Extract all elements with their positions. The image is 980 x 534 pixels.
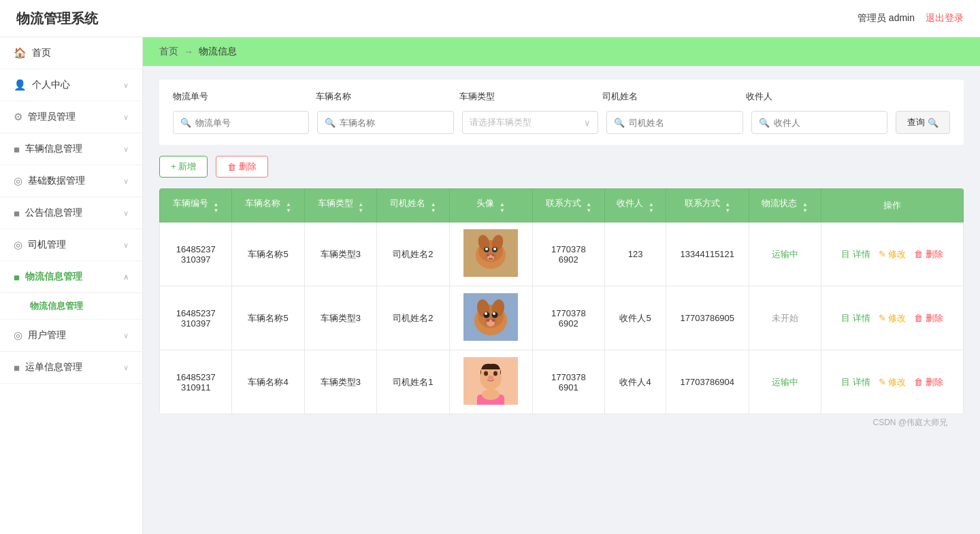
- delete-button[interactable]: 🗑 删除: [914, 249, 943, 259]
- search-button-icon: 🔍: [928, 118, 938, 128]
- order-no-input-wrapper: 🔍: [173, 111, 309, 134]
- cell-ops: 目 详情 ✎ 修改 🗑 删除: [821, 222, 963, 286]
- vehicle-icon: ■: [14, 144, 20, 155]
- search-icon: 🔍: [325, 118, 336, 128]
- order-no-input[interactable]: [195, 118, 301, 128]
- recipient-input[interactable]: [774, 118, 880, 128]
- user-area: 管理员 admin 退出登录: [858, 12, 964, 24]
- sidebar-item-admin[interactable]: ⚙ 管理员管理 ∨: [0, 101, 142, 133]
- svg-point-32: [484, 371, 488, 376]
- sidebar-item-personal[interactable]: 👤 个人中心 ∨: [0, 69, 142, 101]
- vehicle-name-input[interactable]: [340, 118, 446, 128]
- search-button-label: 查询: [907, 116, 925, 129]
- search-icon: 🔍: [180, 118, 191, 128]
- sidebar-item-vehicle[interactable]: ■ 车辆信息管理 ∨: [0, 133, 142, 165]
- search-icon: 🔍: [614, 118, 625, 128]
- waybill-icon: ■: [14, 362, 20, 373]
- col-vehicle-name: 车辆名称 ▲▼: [232, 189, 304, 222]
- driver-name-input[interactable]: [629, 118, 735, 128]
- breadcrumb-home[interactable]: 首页: [159, 46, 178, 58]
- svg-point-21: [485, 312, 487, 315]
- sidebar-label-announcement: 公告信息管理: [25, 207, 82, 219]
- breadcrumb-separator: →: [184, 46, 193, 57]
- breadcrumb-current: 物流信息: [199, 46, 237, 58]
- content-area: 物流单号 车辆名称 车辆类型 司机姓名 收件人 🔍 🔍: [143, 66, 980, 448]
- sidebar-label-admin: 管理员管理: [28, 111, 76, 123]
- cell-contact1: 17703786901: [532, 350, 604, 414]
- main-content: 首页 → 物流信息 物流单号 车辆名称 车辆类型 司机姓名 收件人 🔍: [143, 37, 980, 534]
- cell-driver-name: 司机姓名2: [377, 286, 449, 350]
- search-icon: 🔍: [759, 118, 770, 128]
- sidebar-item-announcement[interactable]: ■ 公告信息管理 ∨: [0, 197, 142, 229]
- cell-vehicle-name: 车辆名称5: [232, 286, 304, 350]
- sidebar-sub-label-logistics-mgmt: 物流信息管理: [30, 301, 83, 311]
- driver-name-input-wrapper: 🔍: [606, 111, 742, 134]
- sidebar-item-waybill[interactable]: ■ 运单信息管理 ∨: [0, 352, 142, 384]
- action-row: + 新增 🗑 删除: [159, 156, 964, 178]
- edit-button[interactable]: ✎ 修改: [879, 313, 906, 323]
- col-driver-name: 司机姓名 ▲▼: [377, 189, 449, 222]
- cell-status: 未开始: [749, 286, 821, 350]
- cell-vehicle-type: 车辆类型3: [304, 286, 376, 350]
- home-icon: 🏠: [14, 47, 27, 59]
- svg-point-26: [492, 319, 495, 322]
- status-badge: 运输中: [772, 377, 798, 387]
- chevron-down-icon: ∨: [123, 331, 129, 340]
- sort-icons: ▲▼: [214, 202, 219, 214]
- chevron-down-icon: ∨: [123, 113, 129, 122]
- watermark: CSDN @伟庭大师兄: [159, 414, 964, 434]
- detail-button[interactable]: 目 详情: [841, 313, 870, 323]
- sidebar-item-driver[interactable]: ◎ 司机管理 ∨: [0, 229, 142, 261]
- cell-recipient: 收件人4: [605, 350, 666, 414]
- col-vehicle-no: 车辆编号 ▲▼: [160, 189, 232, 222]
- sidebar-item-home[interactable]: 🏠 首页: [0, 37, 142, 69]
- sidebar: 🏠 首页 👤 个人中心 ∨ ⚙ 管理员管理 ∨ ■ 车辆信息管理 ∨: [0, 37, 143, 534]
- col-contact1: 联系方式 ▲▼: [532, 189, 604, 222]
- detail-button[interactable]: 目 详情: [841, 377, 870, 387]
- cell-ops: 目 详情 ✎ 修改 🗑 删除: [821, 350, 963, 414]
- delete-button[interactable]: 🗑 删除: [914, 313, 943, 323]
- filter-panel: 物流单号 车辆名称 车辆类型 司机姓名 收件人 🔍 🔍: [159, 80, 964, 145]
- svg-point-33: [493, 371, 497, 376]
- detail-button[interactable]: 目 详情: [841, 249, 870, 259]
- cell-driver-name: 司机姓名1: [377, 350, 449, 414]
- cell-vehicle-type: 车辆类型3: [304, 222, 376, 286]
- sidebar-label-driver: 司机管理: [28, 239, 66, 251]
- sidebar-label-personal: 个人中心: [32, 79, 70, 91]
- cell-recipient: 收件人5: [605, 286, 666, 350]
- sidebar-item-logistics[interactable]: ■ 物流信息管理 ∧: [0, 261, 142, 293]
- sidebar-sub-item-logistics-mgmt[interactable]: 物流信息管理: [0, 293, 142, 320]
- svg-point-34: [488, 376, 493, 380]
- sidebar-item-user[interactable]: ◎ 用户管理 ∨: [0, 320, 142, 352]
- sidebar-label-vehicle: 车辆信息管理: [25, 143, 82, 155]
- col-ops: 操作: [821, 189, 963, 222]
- vehicle-type-select[interactable]: 请选择车辆类型 ∨: [462, 111, 598, 134]
- chevron-down-icon: ∨: [123, 177, 129, 186]
- cell-avatar: [449, 222, 532, 286]
- sidebar-item-basic[interactable]: ◎ 基础数据管理 ∨: [0, 165, 142, 197]
- filter-label-vehicle-name: 车辆名称: [316, 90, 459, 105]
- col-contact2: 联系方式 ▲▼: [666, 189, 749, 222]
- driver-icon: ◎: [14, 239, 22, 251]
- search-button[interactable]: 查询 🔍: [896, 111, 950, 134]
- recipient-input-wrapper: 🔍: [751, 111, 887, 134]
- delete-icon: 🗑: [227, 162, 236, 172]
- sidebar-label-waybill: 运单信息管理: [25, 361, 82, 373]
- edit-button[interactable]: ✎ 修改: [879, 249, 906, 259]
- edit-button[interactable]: ✎ 修改: [879, 377, 906, 387]
- col-vehicle-type: 车辆类型 ▲▼: [304, 189, 376, 222]
- cell-vehicle-type: 车辆类型3: [304, 350, 376, 414]
- cell-contact1: 17703786902: [532, 222, 604, 286]
- batch-delete-button[interactable]: 🗑 删除: [216, 156, 268, 178]
- logout-button[interactable]: 退出登录: [926, 12, 964, 24]
- vehicle-type-placeholder: 请选择车辆类型: [470, 116, 532, 129]
- user-info: 管理员 admin: [858, 12, 915, 24]
- col-recipient: 收件人 ▲▼: [605, 189, 666, 222]
- delete-button[interactable]: 🗑 删除: [914, 377, 943, 387]
- cell-vehicle-no: 16485237310911: [160, 350, 232, 414]
- svg-point-22: [493, 312, 495, 315]
- col-avatar: 头像 ▲▼: [449, 189, 532, 222]
- filter-labels: 物流单号 车辆名称 车辆类型 司机姓名 收件人: [173, 90, 950, 105]
- svg-point-11: [487, 254, 489, 256]
- add-button[interactable]: + 新增: [159, 156, 208, 178]
